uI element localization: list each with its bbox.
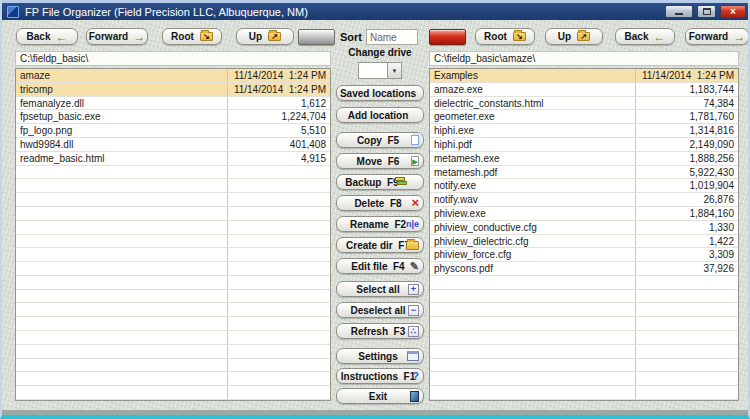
create-dir-button[interactable]: Create dir F7 bbox=[336, 237, 424, 253]
file-value-cell bbox=[227, 166, 330, 179]
table-row bbox=[16, 331, 330, 345]
file-value-cell bbox=[227, 345, 330, 358]
settings-button[interactable]: Settings bbox=[336, 348, 424, 364]
move-button[interactable]: Move F6▶ bbox=[336, 153, 424, 169]
file-name-cell bbox=[16, 166, 227, 179]
app-window: FP File Organizer (Field Precision LLC, … bbox=[0, 0, 750, 419]
left-path-field[interactable]: C:\fieldp_basic\ bbox=[15, 51, 331, 66]
file-value-cell bbox=[635, 290, 738, 303]
file-name-cell: phiview_force.cfg bbox=[430, 248, 635, 261]
backup-button[interactable]: Backup F9 bbox=[336, 174, 424, 190]
file-value-cell: 2,149,090 bbox=[635, 138, 738, 151]
table-row[interactable]: notify.exe1,019,904 bbox=[430, 179, 738, 193]
table-row[interactable]: hwd9984.dll401,408 bbox=[16, 138, 330, 152]
sort-input[interactable] bbox=[366, 29, 418, 45]
copy-button[interactable]: Copy F5 bbox=[336, 132, 424, 148]
rename-button[interactable]: Rename F2n|e bbox=[336, 216, 424, 232]
right-path-field[interactable]: C:\fieldp_basic\amaze\ bbox=[429, 51, 739, 66]
right-back-button[interactable]: Back ← bbox=[615, 28, 675, 45]
file-name-cell: metamesh.pdf bbox=[430, 166, 635, 179]
file-name-cell: geometer.exe bbox=[430, 110, 635, 123]
table-row[interactable]: phiview_conductive.cfg1,330 bbox=[430, 221, 738, 235]
table-row[interactable]: hiphi.exe1,314,816 bbox=[430, 124, 738, 138]
instructions-button[interactable]: Instructions F1? bbox=[336, 368, 424, 384]
file-name-cell: fpsetup_basic.exe bbox=[16, 110, 227, 123]
select-all-button[interactable]: Select all+ bbox=[336, 281, 424, 297]
file-name-cell: hiphi.exe bbox=[430, 124, 635, 137]
table-row bbox=[16, 317, 330, 331]
close-button[interactable]: × bbox=[720, 5, 746, 18]
table-row[interactable]: metamesh.pdf5,922,430 bbox=[430, 166, 738, 180]
table-row[interactable]: readme_basic.html4,915 bbox=[16, 152, 330, 166]
maximize-icon bbox=[703, 8, 711, 15]
left-root-button[interactable]: Root ↘ bbox=[162, 28, 222, 45]
refresh-button[interactable]: Refresh F3∴ bbox=[336, 323, 424, 339]
file-value-cell bbox=[635, 359, 738, 372]
add-location-button[interactable]: Add location bbox=[336, 107, 424, 123]
settings-icon bbox=[407, 351, 419, 361]
maximize-button[interactable] bbox=[697, 5, 716, 18]
file-value-cell: 11/14/2014 1:24 PM bbox=[227, 69, 330, 82]
file-name-cell bbox=[430, 290, 635, 303]
file-value-cell bbox=[635, 303, 738, 316]
table-row[interactable]: amaze.exe1,183,744 bbox=[430, 83, 738, 97]
left-up-button[interactable]: Up ↗ bbox=[236, 28, 294, 45]
table-row[interactable]: physcons.pdf37,926 bbox=[430, 262, 738, 276]
file-name-cell bbox=[430, 345, 635, 358]
table-row[interactable]: geometer.exe1,781,760 bbox=[430, 110, 738, 124]
exit-button[interactable]: Exit bbox=[336, 388, 424, 404]
file-value-cell bbox=[635, 276, 738, 289]
table-row[interactable]: tricomp11/14/2014 1:24 PM bbox=[16, 83, 330, 97]
table-row[interactable]: Examples11/14/2014 1:24 PM bbox=[430, 69, 738, 83]
table-row bbox=[430, 303, 738, 317]
file-value-cell: 4,915 bbox=[227, 152, 330, 165]
file-value-cell bbox=[227, 303, 330, 316]
file-value-cell: 5,922,430 bbox=[635, 166, 738, 179]
saved-locations-button[interactable]: Saved locations bbox=[336, 85, 424, 101]
table-row bbox=[430, 345, 738, 359]
table-row[interactable]: amaze11/14/2014 1:24 PM bbox=[16, 69, 330, 83]
forward-arrow-icon: → bbox=[133, 32, 145, 42]
table-row bbox=[16, 290, 330, 304]
change-drive-dropdown[interactable]: ▼ bbox=[358, 62, 402, 79]
title-bar[interactable]: FP File Organizer (Field Precision LLC, … bbox=[2, 3, 748, 20]
file-value-cell: 11/14/2014 1:24 PM bbox=[227, 83, 330, 96]
table-row bbox=[16, 193, 330, 207]
file-value-cell: 1,183,744 bbox=[635, 83, 738, 96]
table-row[interactable]: phiview_dielectric.cfg1,422 bbox=[430, 235, 738, 249]
minimize-button[interactable] bbox=[665, 5, 693, 18]
file-name-cell: hiphi.pdf bbox=[430, 138, 635, 151]
table-row bbox=[430, 290, 738, 304]
right-panel-indicator-button[interactable] bbox=[429, 29, 466, 45]
deselect-all-button[interactable]: Deselect all− bbox=[336, 302, 424, 318]
table-row[interactable]: fpsetup_basic.exe1,224,704 bbox=[16, 110, 330, 124]
left-panel-indicator-button[interactable] bbox=[298, 29, 335, 45]
table-row[interactable]: hiphi.pdf2,149,090 bbox=[430, 138, 738, 152]
table-row[interactable]: metamesh.exe1,888,256 bbox=[430, 152, 738, 166]
left-back-button[interactable]: Back ← bbox=[16, 28, 78, 45]
table-row[interactable]: notify.wav26,876 bbox=[430, 193, 738, 207]
table-row bbox=[430, 386, 738, 400]
right-up-button[interactable]: Up ↗ bbox=[545, 28, 603, 45]
table-row[interactable]: phiview_force.cfg3,309 bbox=[430, 248, 738, 262]
file-name-cell bbox=[16, 179, 227, 192]
left-forward-button[interactable]: Forward → bbox=[86, 28, 148, 45]
table-row[interactable]: dielectric_constants.html74,384 bbox=[430, 97, 738, 111]
file-value-cell bbox=[227, 207, 330, 220]
file-value-cell bbox=[227, 359, 330, 372]
table-row bbox=[16, 221, 330, 235]
right-forward-button[interactable]: Forward → bbox=[685, 28, 749, 45]
table-row[interactable]: femanalyze.dll1,612 bbox=[16, 97, 330, 111]
file-name-cell bbox=[16, 290, 227, 303]
right-root-button[interactable]: Root ↘ bbox=[475, 28, 535, 45]
file-value-cell: 74,384 bbox=[635, 97, 738, 110]
edit-file-button[interactable]: Edit file F4✎ bbox=[336, 258, 424, 274]
file-value-cell bbox=[227, 372, 330, 385]
delete-button[interactable]: Delete F8× bbox=[336, 195, 424, 211]
table-row bbox=[16, 276, 330, 290]
file-name-cell: phiview_dielectric.cfg bbox=[430, 235, 635, 248]
table-row[interactable]: phiview.exe1,884,160 bbox=[430, 207, 738, 221]
table-row[interactable]: fp_logo.png5,510 bbox=[16, 124, 330, 138]
table-row bbox=[16, 303, 330, 317]
file-name-cell: amaze.exe bbox=[430, 83, 635, 96]
